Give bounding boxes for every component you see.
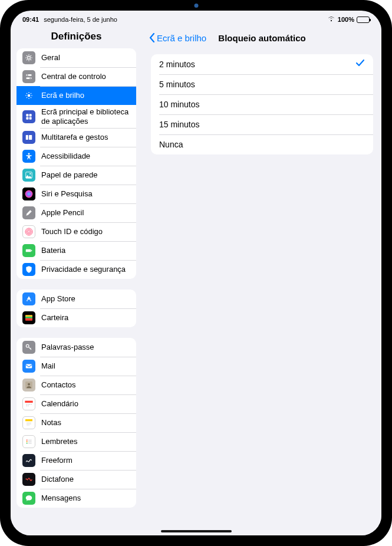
sidebar-title: Definições (11, 25, 142, 48)
sidebar-item-label: Papel de parede (41, 170, 97, 180)
sidebar-item-label: Lembretes (41, 437, 77, 446)
svg-rect-8 (26, 117, 28, 119)
sidebar-item-label: Touch ID e código (41, 227, 103, 236)
sidebar-item-label: Multitarefa e gestos (41, 133, 108, 142)
sidebar-scroll[interactable]: GeralCentral de controloEcrã e brilhoEcr… (11, 48, 142, 535)
svg-rect-7 (29, 114, 32, 116)
auto-lock-option[interactable]: 2 minutos (151, 54, 373, 74)
detail-scroll[interactable]: 2 minutos5 minutos10 minutos15 minutosNu… (143, 51, 381, 535)
sidebar-item[interactable]: Siri e Pesquisa (17, 185, 136, 203)
sidebar-item-label: Ecrã principal e biblioteca de aplicaçõe… (41, 107, 130, 126)
voice-memo-icon (22, 473, 35, 486)
svg-rect-24 (25, 318, 32, 321)
sidebar-item[interactable]: Privacidade e segurança (17, 260, 136, 279)
option-label: 15 minutos (159, 120, 199, 129)
detail-pane: Ecrã e brilho Bloqueio automático 2 minu… (143, 25, 381, 535)
svg-point-40 (27, 440, 28, 441)
status-time: 09:41 (22, 16, 39, 23)
sidebar-item-label: Notas (41, 418, 61, 427)
svg-point-41 (27, 441, 28, 442)
sidebar-item[interactable]: Lembretes (17, 432, 136, 451)
sidebar-item[interactable]: Mensagens (17, 489, 136, 508)
messages-icon (22, 492, 35, 505)
svg-rect-33 (29, 404, 30, 404)
svg-point-25 (26, 345, 29, 348)
wallpaper-icon (22, 169, 35, 182)
sidebar-item[interactable]: Carteira (17, 308, 136, 327)
option-label: Nunca (159, 140, 183, 149)
sidebar-item[interactable]: App Store (17, 290, 136, 308)
privacy-icon (22, 263, 35, 276)
back-button[interactable]: Ecrã e brilho (149, 32, 206, 43)
sidebar-item-label: Siri e Pesquisa (41, 189, 93, 199)
detail-navbar: Ecrã e brilho Bloqueio automático (143, 25, 381, 51)
brightness-icon (22, 89, 35, 102)
sidebar-item[interactable]: Notas (17, 413, 136, 432)
svg-rect-6 (26, 114, 28, 116)
svg-point-19 (28, 231, 30, 233)
sidebar-item[interactable]: Palavras-passe (17, 338, 136, 357)
sidebar-item[interactable]: Mail (17, 357, 136, 376)
auto-lock-option[interactable]: 15 minutos (151, 114, 373, 134)
auto-lock-option[interactable]: Nunca (151, 134, 373, 154)
svg-rect-30 (25, 401, 32, 403)
settings-sidebar: Definições GeralCentral de controloEcrã … (11, 25, 143, 535)
multitask-icon (22, 131, 35, 144)
sidebar-item[interactable]: Geral (17, 48, 136, 67)
sidebar-item[interactable]: Ecrã e brilho (17, 86, 136, 105)
screen: 09:41 segunda-feira, 5 de junho 100% Def… (11, 11, 381, 535)
sidebar-item-label: Privacidade e segurança (41, 265, 126, 274)
sidebar-item[interactable]: Touch ID e código (17, 222, 136, 241)
sidebar-item[interactable]: Apple Pencil (17, 203, 136, 222)
auto-lock-option[interactable]: 10 minutos (151, 94, 373, 114)
checkmark-icon (355, 59, 365, 70)
device-frame: 09:41 segunda-feira, 5 de junho 100% Def… (0, 0, 392, 546)
svg-point-28 (28, 383, 30, 386)
option-label: 2 minutos (159, 60, 195, 69)
auto-lock-option[interactable]: 5 minutos (151, 74, 373, 94)
sidebar-item[interactable]: Ecrã principal e biblioteca de aplicaçõe… (17, 105, 136, 128)
sidebar-item[interactable]: Central de controlo (17, 67, 136, 86)
back-label: Ecrã e brilho (157, 33, 206, 43)
battery-icon (22, 244, 35, 257)
sidebar-item-label: Palavras-passe (41, 343, 94, 352)
sidebar-item[interactable]: Freeform (17, 451, 136, 470)
svg-point-12 (28, 153, 30, 155)
battery-icon (357, 17, 370, 23)
siri-icon (22, 188, 35, 200)
appstore-icon (22, 292, 35, 305)
sidebar-item-label: Mensagens (41, 494, 81, 503)
home-indicator[interactable] (161, 530, 232, 532)
svg-rect-11 (29, 135, 32, 140)
sidebar-item[interactable]: Multitarefa e gestos (17, 128, 136, 147)
status-right: 100% (327, 16, 370, 23)
app-body: Definições GeralCentral de controloEcrã … (11, 25, 381, 535)
sidebar-item-label: Ecrã e brilho (41, 91, 84, 100)
sidebar-item[interactable]: Bateria (17, 241, 136, 260)
accessibility-icon (22, 150, 35, 163)
svg-rect-9 (29, 117, 32, 119)
sidebar-item[interactable]: Acessibilidade (17, 147, 136, 166)
status-bar: 09:41 segunda-feira, 5 de junho 100% (11, 11, 381, 25)
svg-rect-26 (26, 364, 32, 369)
auto-lock-options: 2 minutos5 minutos10 minutos15 minutosNu… (151, 54, 373, 154)
sidebar-item[interactable]: Dictafone (17, 470, 136, 489)
svg-rect-36 (28, 406, 28, 406)
status-left: 09:41 segunda-feira, 5 de junho (22, 16, 117, 23)
touchid-icon (22, 225, 35, 238)
sidebar-item[interactable]: Calendário (17, 394, 136, 413)
reminders-icon (22, 435, 35, 448)
sidebar-item-label: Calendário (41, 399, 78, 409)
svg-point-4 (29, 77, 31, 78)
sidebar-item-label: Bateria (41, 246, 65, 255)
svg-point-16 (25, 190, 33, 198)
sidebar-item-label: Contactos (41, 380, 76, 390)
freeform-icon (22, 454, 35, 467)
front-camera (194, 4, 198, 8)
svg-rect-10 (26, 135, 28, 140)
sidebar-item-label: Central de controlo (41, 72, 106, 81)
sidebar-group: App StoreCarteira (17, 290, 136, 327)
sidebar-group: GeralCentral de controloEcrã e brilhoEcr… (17, 48, 136, 279)
sidebar-item[interactable]: Contactos (17, 376, 136, 394)
sidebar-item[interactable]: Papel de parede (17, 166, 136, 185)
